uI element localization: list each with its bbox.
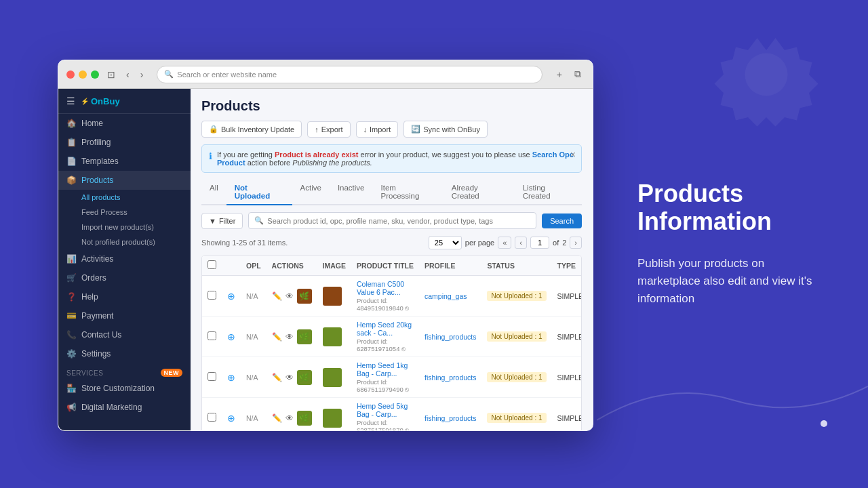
select-all-checkbox[interactable]: [208, 260, 216, 269]
search-box[interactable]: 🔍: [248, 212, 536, 229]
alert-close-button[interactable]: ×: [570, 149, 576, 160]
header-actions: ACTIONS: [267, 256, 317, 276]
import-button[interactable]: ↓ Import: [356, 121, 399, 138]
marketing-icon: 📢: [66, 403, 76, 412]
sidebar-item-label: Contact Us: [81, 330, 121, 340]
sidebar-item-label: Help: [81, 292, 98, 302]
add-row-icon[interactable]: ⊕: [227, 413, 235, 424]
tab-not-uploaded[interactable]: Not Uploaded: [226, 180, 292, 205]
product-id-link[interactable]: ⎋: [405, 304, 409, 312]
edit-icon[interactable]: ✏️: [272, 332, 282, 342]
table-row: ⊕ N/A ✏️ 👁 🌿 Hemp Seed 5kg Bag - Carp...…: [202, 398, 581, 431]
view-icon[interactable]: 👁: [285, 332, 294, 342]
minimize-button[interactable]: [79, 70, 87, 79]
product-title-text: Hemp Seed 5kg Bag - Carp...: [357, 402, 414, 418]
sync-button[interactable]: 🔄 Sync with OnBuy: [403, 121, 488, 138]
sidebar-item-payment[interactable]: 💳 Payment: [58, 306, 191, 325]
close-button[interactable]: [66, 70, 75, 79]
submenu-feed-process[interactable]: Feed Process: [76, 205, 191, 220]
products-table: OPL ACTIONS IMAGE PRODUCT TITLE PROFILE …: [201, 255, 582, 430]
page-input[interactable]: [530, 237, 549, 249]
header-profile: PROFILE: [419, 256, 481, 276]
row-checkbox[interactable]: [208, 331, 216, 340]
sidebar-item-label: Products: [81, 176, 113, 185]
actions-cell: ✏️ 👁 🌿: [267, 398, 317, 431]
submenu-import-products[interactable]: Import new product(s): [76, 220, 191, 235]
sidebar-item-store-customization[interactable]: 🏪 Store Customization: [58, 379, 191, 398]
product-id-link[interactable]: ⎋: [401, 345, 406, 352]
actions-cell: ✏️ 👁 🌿: [267, 276, 317, 317]
search-icon: 🔍: [164, 70, 174, 79]
add-row-icon[interactable]: ⊕: [227, 291, 235, 302]
add-row-icon[interactable]: ⊕: [227, 372, 235, 383]
settings-icon: ⚙️: [66, 349, 76, 359]
row-checkbox[interactable]: [208, 372, 216, 381]
product-id-link[interactable]: ⎋: [405, 426, 409, 430]
traffic-lights: [66, 70, 99, 79]
sidebar: ☰ ⚡ OnBuy 🏠 Home 📋 Profiling 📄 Templates…: [58, 89, 191, 430]
table-scroll[interactable]: OPL ACTIONS IMAGE PRODUCT TITLE PROFILE …: [202, 256, 581, 430]
forward-button[interactable]: ›: [138, 68, 146, 81]
tab-listing-created[interactable]: Listing Created: [515, 180, 582, 205]
row-checkbox[interactable]: [208, 413, 216, 422]
tab-all[interactable]: All: [201, 180, 226, 205]
copy-button[interactable]: ⧉: [571, 67, 585, 81]
tab-already-created[interactable]: Already Created: [443, 180, 515, 205]
sidebar-item-templates[interactable]: 📄 Templates: [58, 152, 191, 171]
submenu-all-products[interactable]: All products: [76, 190, 191, 205]
filter-button[interactable]: ▼ Filter: [201, 213, 243, 229]
sidebar-item-orders[interactable]: 🛒 Orders: [58, 268, 191, 287]
add-row-icon[interactable]: ⊕: [227, 331, 235, 342]
edit-icon[interactable]: ✏️: [272, 413, 282, 423]
new-tab-button[interactable]: +: [553, 68, 566, 81]
submenu-not-profiled[interactable]: Not profiled product(s): [76, 235, 191, 249]
per-page-select[interactable]: 25 50 100: [429, 236, 462, 249]
home-icon: 🏠: [66, 119, 76, 128]
header-add: [222, 256, 241, 276]
export-button[interactable]: ↑ Export: [307, 121, 350, 138]
view-icon[interactable]: 👁: [285, 291, 294, 301]
view-icon[interactable]: 👁: [285, 413, 294, 423]
type-cell: SIMPLE: [552, 398, 581, 431]
maximize-button[interactable]: [91, 70, 99, 79]
header-image: IMAGE: [317, 256, 351, 276]
back-button[interactable]: ‹: [123, 68, 132, 81]
first-page-button[interactable]: «: [498, 237, 511, 249]
tab-item-processing[interactable]: Item Processing: [373, 180, 443, 205]
address-bar[interactable]: 🔍 Search or enter website name: [157, 66, 542, 83]
sidebar-toggle-icon[interactable]: ⊡: [104, 68, 118, 81]
edit-icon[interactable]: ✏️: [272, 291, 282, 301]
sidebar-item-products[interactable]: 📦 Products: [58, 171, 191, 190]
edit-icon[interactable]: ✏️: [272, 373, 282, 382]
sidebar-item-home[interactable]: 🏠 Home: [58, 114, 191, 133]
tab-active[interactable]: Active: [292, 180, 330, 205]
hamburger-icon[interactable]: ☰: [66, 96, 75, 106]
sidebar-item-activities[interactable]: 📊 Activities: [58, 249, 191, 268]
actions-cell: ✏️ 👁 🌿: [267, 357, 317, 398]
prev-page-button[interactable]: ‹: [515, 237, 527, 249]
product-id-link[interactable]: ⎋: [405, 386, 409, 393]
sidebar-item-settings[interactable]: ⚙️ Settings: [58, 344, 191, 363]
search-button[interactable]: Search: [542, 214, 582, 228]
app-layout: ☰ ⚡ OnBuy 🏠 Home 📋 Profiling 📄 Templates…: [58, 89, 593, 430]
bulk-inventory-update-button[interactable]: 🔒 Bulk Inventory Update: [201, 121, 302, 138]
view-icon[interactable]: 👁: [285, 373, 294, 382]
main-content: Products 🔒 Bulk Inventory Update ↑ Expor…: [191, 89, 593, 430]
help-icon: ❓: [66, 292, 76, 302]
sidebar-item-help[interactable]: ❓ Help: [58, 287, 191, 306]
profiling-icon: 📋: [66, 138, 76, 147]
activities-icon: 📊: [66, 254, 76, 264]
row-checkbox[interactable]: [208, 291, 216, 300]
sidebar-item-profiling[interactable]: 📋 Profiling: [58, 133, 191, 152]
search-input[interactable]: [267, 217, 530, 225]
tab-inactive[interactable]: Inactive: [330, 180, 373, 205]
product-image: [323, 327, 342, 346]
image-cell: [317, 398, 351, 431]
sidebar-item-contact[interactable]: 📞 Contact Us: [58, 325, 191, 344]
next-page-button[interactable]: ›: [570, 237, 582, 249]
brand-icon: ⚡: [81, 98, 89, 105]
sidebar-item-digital-marketing[interactable]: 📢 Digital Marketing: [58, 398, 191, 417]
sidebar-item-label: Payment: [81, 311, 113, 321]
total-pages: 2: [562, 239, 566, 247]
search-icon: 🔍: [254, 216, 264, 225]
